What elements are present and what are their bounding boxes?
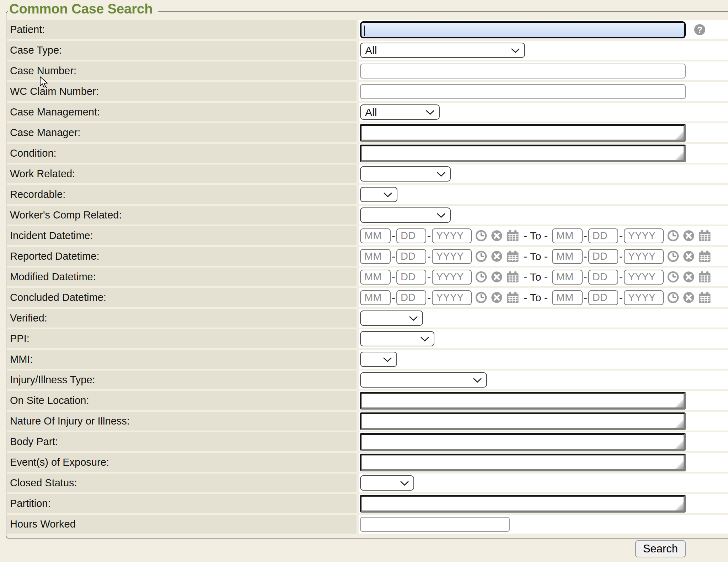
form-row-incident-datetime: Incident Datetime:--- To --- [7,226,728,245]
reported-datetime-to-separator: - [619,250,623,263]
case-management-select[interactable]: All [360,104,440,120]
concluded-datetime-to-yyyy-input[interactable] [624,290,664,305]
clear-icon[interactable] [491,250,503,263]
modified-datetime-to-mm-input[interactable] [552,270,583,285]
clock-icon[interactable] [475,229,487,242]
clear-icon[interactable] [682,229,695,242]
patient-input[interactable] [360,21,686,38]
concluded-datetime-to-separator: - [619,292,623,304]
reported-datetime-to-yyyy-input[interactable] [624,249,664,264]
recordable-select[interactable] [360,187,397,202]
form-row-concluded-datetime: Concluded Datetime:--- To --- [7,288,728,307]
calendar-icon[interactable] [506,271,519,283]
modified-datetime-from-yyyy-input[interactable] [432,270,472,285]
on-site-location-input[interactable] [360,392,686,410]
reported-datetime-from-mm-input[interactable] [360,249,391,264]
workers-comp-related-select[interactable] [360,207,451,223]
field-case-type: All [359,41,728,60]
concluded-datetime-from-mm-input[interactable] [360,290,391,305]
clear-icon[interactable] [491,291,503,304]
chevron-down-icon [437,172,446,177]
calendar-icon[interactable] [698,250,711,263]
concluded-datetime-range: --- To --- [360,290,711,305]
condition-input[interactable] [360,145,686,162]
label-work-related: Work Related: [7,164,357,183]
reported-datetime-to-dd-input[interactable] [588,249,618,264]
form-row-on-site-location: On Site Location: [7,391,728,410]
field-concluded-datetime: --- To --- [359,288,728,307]
calendar-icon[interactable] [506,250,519,263]
clock-icon[interactable] [667,291,679,304]
injury-illness-type-select[interactable] [360,372,487,388]
reported-datetime-range: --- To --- [360,249,711,264]
concluded-datetime-to-mm-input[interactable] [552,290,583,305]
clear-icon[interactable] [682,271,695,283]
chevron-down-icon [409,316,418,321]
label-workers-comp-related: Worker's Comp Related: [7,206,357,225]
case-type-select[interactable]: All [360,43,525,58]
case-number-input[interactable] [360,64,686,79]
incident-datetime-to-label: - To - [524,230,548,242]
label-partition: Partition: [7,494,357,513]
reported-datetime-from-dd-input[interactable] [396,249,426,264]
clock-icon[interactable] [475,250,487,263]
calendar-icon[interactable] [698,291,711,304]
closed-status-select[interactable] [360,475,414,491]
concluded-datetime-from-dd-input[interactable] [396,290,426,305]
modified-datetime-from-dd-input[interactable] [396,270,426,285]
field-recordable [359,185,728,204]
clear-icon[interactable] [491,229,503,242]
events-of-exposure-input[interactable] [360,454,686,471]
calendar-icon[interactable] [506,291,519,304]
clock-icon[interactable] [667,250,679,263]
clear-icon[interactable] [682,250,695,263]
search-button[interactable]: Search [635,540,686,557]
form-row-case-manager: Case Manager: [7,123,728,142]
field-workers-comp-related [359,206,728,225]
nature-of-injury-or-illness-input[interactable] [360,412,686,430]
partition-input[interactable] [360,495,686,513]
chevron-down-icon [383,357,392,362]
label-recordable: Recordable: [7,185,357,204]
incident-datetime-to-dd-input[interactable] [588,228,618,243]
clear-icon[interactable] [491,271,503,283]
clock-icon[interactable] [475,291,487,304]
incident-datetime-to-yyyy-input[interactable] [624,228,664,243]
common-case-search-page: { "title": "Common Case Search", "search… [0,0,728,562]
concluded-datetime-to-dd-input[interactable] [588,290,618,305]
modified-datetime-range: --- To --- [360,270,711,285]
hours-worked-input[interactable] [360,517,510,532]
mmi-select[interactable] [360,352,397,367]
calendar-icon[interactable] [506,229,519,242]
form-row-condition: Condition: [7,144,728,163]
modified-datetime-to-yyyy-input[interactable] [624,270,664,285]
incident-datetime-from-mm-input[interactable] [360,228,391,243]
case-manager-input[interactable] [360,124,686,142]
clock-icon[interactable] [475,271,487,283]
reported-datetime-from-yyyy-input[interactable] [432,249,472,264]
form-row-reported-datetime: Reported Datetime:--- To --- [7,247,728,266]
reported-datetime-to-mm-input[interactable] [552,249,583,264]
concluded-datetime-from-yyyy-input[interactable] [432,290,472,305]
help-icon[interactable]: ? [694,24,705,35]
clock-icon[interactable] [667,229,679,242]
case-type-selected-value: All [361,44,377,56]
wc-claim-number-input[interactable] [360,84,686,99]
form-row-nature-of-injury-or-illness: Nature Of Injury or Illness: [7,412,728,431]
field-body-part [359,432,728,451]
work-related-select[interactable] [360,166,451,182]
clear-icon[interactable] [682,291,695,304]
clock-icon[interactable] [667,271,679,283]
modified-datetime-to-dd-input[interactable] [588,270,618,285]
modified-datetime-from-mm-input[interactable] [360,270,391,285]
form-row-events-of-exposure: Event(s) of Exposure: [7,453,728,472]
field-wc-claim-number [359,82,728,101]
incident-datetime-to-mm-input[interactable] [552,228,583,243]
incident-datetime-from-yyyy-input[interactable] [432,228,472,243]
body-part-input[interactable] [360,433,686,451]
calendar-icon[interactable] [698,229,711,242]
incident-datetime-from-dd-input[interactable] [396,228,426,243]
calendar-icon[interactable] [698,271,711,283]
verified-select[interactable] [360,310,423,326]
ppi-select[interactable] [360,331,434,346]
